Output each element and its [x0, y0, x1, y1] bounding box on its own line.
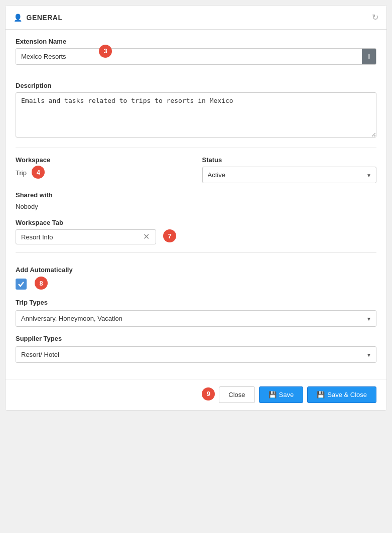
form-body: Extension Name i 3 Description Emails an… [6, 30, 386, 379]
description-group: Description Emails and tasks related to … [16, 82, 376, 140]
badge-7: 7 [163, 229, 176, 242]
status-label: Status [202, 156, 377, 164]
badge-8: 8 [35, 277, 48, 290]
workspace-tab-input[interactable] [21, 233, 142, 241]
status-select[interactable]: Active Inactive [202, 167, 377, 183]
checkbox-row: 8 [16, 278, 376, 291]
workspace-tab-label: Workspace Tab [16, 219, 376, 226]
header-title-text: GENERAL [27, 14, 63, 22]
header-title: 👤 GENERAL [14, 14, 62, 22]
person-icon: 👤 [14, 14, 23, 22]
workspace-tab-input-wrapper: ✕ [16, 229, 156, 244]
description-textarea[interactable]: Emails and tasks related to trips to res… [16, 92, 376, 138]
badge-3: 3 [99, 45, 112, 58]
supplier-types-group: Supplier Types Resort/ Hotel [16, 335, 376, 363]
extension-name-label: Extension Name [16, 38, 376, 45]
status-col: Status Active Inactive [202, 156, 377, 183]
close-button[interactable]: Close [219, 386, 254, 403]
clear-tab-button[interactable]: ✕ [142, 233, 151, 241]
workspace-value: Trip [16, 169, 27, 177]
general-panel: 👤 GENERAL ↻ Extension Name i 3 Descripti… [5, 5, 387, 411]
trip-types-select[interactable]: Anniversary, Honeymoon, Vacation [16, 310, 376, 327]
checkmark-icon [18, 281, 25, 288]
add-auto-section: Add Automatically 8 [16, 261, 376, 291]
trip-types-group: Trip Types Anniversary, Honeymoon, Vacat… [16, 299, 376, 327]
badge-9: 9 [202, 387, 215, 401]
footer: 9 Close 💾 Save 💾 Save & Close [6, 379, 386, 410]
shared-with-group: Shared with Nobody [16, 191, 376, 211]
save-close-button[interactable]: 💾 Save & Close [307, 386, 376, 403]
trip-types-select-wrapper: Anniversary, Honeymoon, Vacation [16, 310, 376, 327]
add-auto-label: Add Automatically [16, 266, 376, 274]
add-auto-checkbox[interactable] [16, 279, 27, 290]
supplier-types-select-wrapper: Resort/ Hotel [16, 346, 376, 363]
shared-with-value: Nobody [16, 203, 38, 210]
workspace-status-row: Workspace Trip 4 Status Active Inactive [16, 156, 376, 183]
extension-name-group: Extension Name i 3 [16, 38, 376, 74]
save-close-icon: 💾 [317, 391, 325, 398]
shared-with-label: Shared with [16, 191, 376, 199]
status-select-wrapper: Active Inactive [202, 167, 377, 183]
supplier-types-select[interactable]: Resort/ Hotel [16, 346, 376, 363]
refresh-icon[interactable]: ↻ [372, 13, 378, 22]
save-button[interactable]: 💾 Save [259, 386, 304, 403]
badge-4: 4 [32, 166, 45, 179]
divider-1 [16, 148, 376, 148]
workspace-label: Workspace [16, 156, 190, 164]
workspace-tab-group: Workspace Tab ✕ 7 [16, 219, 376, 244]
trip-types-label: Trip Types [16, 299, 376, 306]
save-icon: 💾 [269, 391, 277, 398]
divider-2 [16, 252, 376, 253]
description-label: Description [16, 82, 376, 89]
panel-header: 👤 GENERAL ↻ [6, 6, 386, 30]
supplier-types-label: Supplier Types [16, 335, 376, 342]
extension-name-input-wrapper: i [16, 48, 376, 65]
workspace-col: Workspace Trip 4 [16, 156, 190, 183]
extension-name-input[interactable] [16, 49, 362, 64]
info-button[interactable]: i [362, 49, 376, 64]
